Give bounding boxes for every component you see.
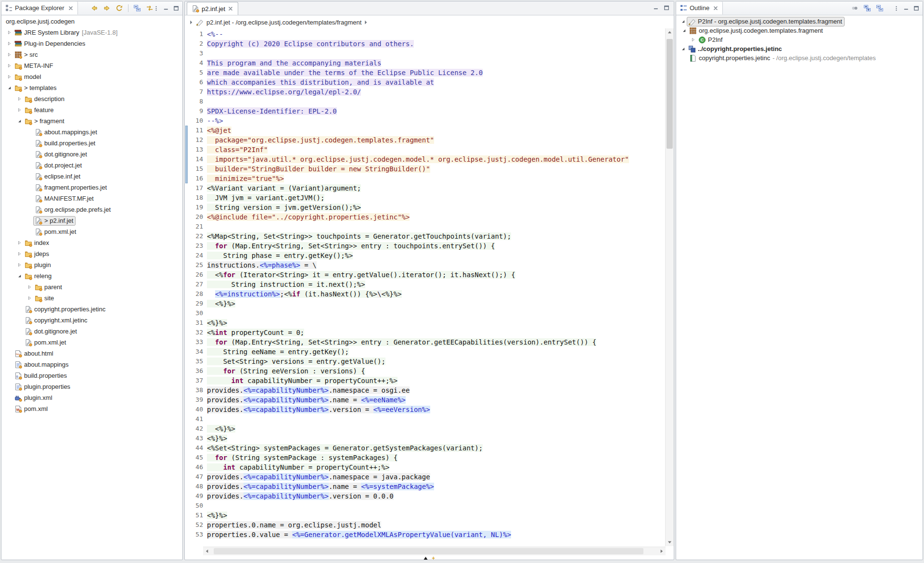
code-line-38[interactable]: provides.<%=capabilityNumber%>.namespace…: [207, 385, 666, 395]
tree-label-wrap[interactable]: pom.xml.jet: [23, 338, 68, 347]
tree-label-wrap[interactable]: ../copyright.properties.jetinc: [687, 44, 784, 54]
code-line-37[interactable]: int capabilityNumber = propertyCount++;%…: [207, 376, 666, 385]
tree-label-wrap[interactable]: parent: [33, 282, 64, 292]
code-line-5[interactable]: are made available under the terms of th…: [207, 68, 666, 77]
scroll-down-icon[interactable]: [666, 538, 674, 546]
code-line-35[interactable]: Set<String> versions = entry.getValue();: [207, 357, 666, 366]
tree-item-about.mappings[interactable]: about.mappings: [1, 359, 182, 370]
code-line-46[interactable]: int capabilityNumber = propertyCount++;%…: [207, 462, 666, 472]
tree-label-wrap[interactable]: Mpom.xml: [13, 404, 50, 414]
tree-item-org.eclipse.justj.codegen.templates.fragment[interactable]: org.eclipse.justj.codegen.templates.frag…: [676, 26, 923, 35]
tree-item-org.eclipse.pde.prefs.jet[interactable]: org.eclipse.pde.prefs.jet: [1, 204, 182, 215]
chevron-collapsed-icon[interactable]: [5, 73, 13, 81]
code-line-15[interactable]: builder="StringBuilder builder = new Str…: [207, 164, 666, 174]
tree-label-wrap[interactable]: plugin: [23, 260, 53, 270]
code-line-27[interactable]: String instruction = it.next();%>: [207, 280, 666, 289]
tree-label-wrap[interactable]: > fragment: [23, 116, 67, 126]
tree-item-templates[interactable]: > templates: [1, 82, 182, 93]
tree-label-wrap[interactable]: org.eclipse.justj.codegen: [4, 17, 77, 26]
tree-item-eclipse.inf.jet[interactable]: eclipse.inf.jet: [1, 171, 182, 182]
maximize-icon[interactable]: [172, 4, 180, 13]
tree-item-copyright.xml.jetinc[interactable]: copyright.xml.jetinc: [1, 315, 182, 326]
code-line-43[interactable]: <%}%>: [207, 434, 666, 443]
tree-item-meta-inf[interactable]: META-INF: [1, 60, 182, 71]
code-line-42[interactable]: <%}%>: [207, 424, 666, 434]
tree-item-jdeps[interactable]: jdeps: [1, 248, 182, 259]
chevron-collapsed-icon[interactable]: [26, 294, 33, 302]
tree-label-wrap[interactable]: dot.gitignore.jet: [33, 150, 90, 159]
view-menu-icon[interactable]: [152, 4, 160, 13]
code-line-44[interactable]: <%Set<String> systemPackages = Generator…: [207, 443, 666, 453]
tree-label-wrap[interactable]: JRE System Library[JavaSE-1.8]: [13, 28, 120, 38]
scroll-right-icon[interactable]: [657, 547, 666, 555]
code-line-11[interactable]: <%@jet: [207, 126, 666, 135]
focus-icon[interactable]: [849, 3, 860, 13]
expand-all-icon[interactable]: [862, 3, 873, 13]
chevron-expanded-icon[interactable]: [679, 45, 687, 53]
outline-tree[interactable]: P2Inf - org.eclipse.justj.codegen.templa…: [676, 17, 923, 560]
chevron-expanded-icon[interactable]: [679, 18, 687, 26]
scroll-left-icon[interactable]: [203, 547, 211, 555]
code-line-20[interactable]: <%@include file="../copyright.properties…: [207, 212, 666, 222]
code-line-33[interactable]: for (Map.Entry<String, Set<String>> entr…: [207, 337, 666, 347]
package-explorer-tree[interactable]: org.eclipse.justj.codegenJRE System Libr…: [1, 16, 182, 560]
chevron-collapsed-icon[interactable]: [5, 62, 13, 70]
tree-item-fragment.properties.jet[interactable]: fragment.properties.jet: [1, 182, 182, 193]
breadcrumb-expand-icon[interactable]: [190, 20, 193, 25]
tree-label-wrap[interactable]: fragment.properties.jet: [33, 183, 109, 192]
code-line-29[interactable]: <%}%>: [207, 299, 666, 308]
tree-item-src[interactable]: > src: [1, 49, 182, 60]
vertical-scrollbar-thumb[interactable]: [667, 39, 673, 149]
breadcrumb-item[interactable]: p2.inf.jet - /org.eclipse.justj.codegen/…: [206, 19, 361, 26]
code-line-47[interactable]: provides.<%=capabilityNumber%>.namespace…: [207, 472, 666, 482]
tree-label-wrap[interactable]: pom.xml.jet: [33, 227, 78, 237]
code-line-28[interactable]: <%=instruction%>;<%if (it.hasNext()) {%>…: [207, 289, 666, 299]
chevron-collapsed-icon[interactable]: [15, 239, 23, 247]
code-line-41[interactable]: [207, 414, 666, 424]
tree-label-wrap[interactable]: releng: [23, 271, 54, 281]
tree-label-wrap[interactable]: copyright.properties.jetinc: [23, 305, 108, 314]
tree-label-wrap[interactable]: htmabout.html: [13, 349, 56, 358]
scroll-up-icon[interactable]: [666, 28, 674, 37]
tree-label-wrap[interactable]: Plug-in Dependencies: [13, 39, 88, 49]
tree-item-manifest.mf.jet[interactable]: MANIFEST.MF.jet: [1, 193, 182, 204]
code-line-40[interactable]: provides.<%=capabilityNumber%>.version =…: [207, 405, 666, 414]
code-line-52[interactable]: properties.0.name = org.eclipse.justj.mo…: [207, 520, 666, 530]
code-line-50[interactable]: [207, 501, 666, 511]
tree-item-index[interactable]: index: [1, 237, 182, 248]
code-line-6[interactable]: which accompanies this distribution, and…: [207, 77, 666, 87]
code-line-45[interactable]: for (String systemPackage : systemPackag…: [207, 453, 666, 462]
tree-item-pom.xml.jet[interactable]: pom.xml.jet: [1, 337, 182, 348]
code-line-51[interactable]: <%}%>: [207, 511, 666, 520]
back-icon[interactable]: [89, 3, 100, 13]
code-line-14[interactable]: imports="java.util.* org.eclipse.justj.c…: [207, 154, 666, 164]
tree-item-copyright.properties.jetinc[interactable]: copyright.properties.jetinc: [1, 304, 182, 315]
chevron-collapsed-icon[interactable]: [5, 29, 13, 37]
tree-item-about.html[interactable]: htmabout.html: [1, 348, 182, 359]
minimize-icon[interactable]: [652, 3, 660, 12]
tree-item-build.properties[interactable]: 0;build.properties: [1, 370, 182, 381]
tree-item-plugin.properties[interactable]: plugin.properties: [1, 381, 182, 392]
tree-label-wrap[interactable]: about.mappings: [13, 360, 71, 370]
chevron-collapsed-icon[interactable]: [15, 106, 23, 114]
maximize-icon[interactable]: [912, 4, 921, 13]
code-line-23[interactable]: for (Map.Entry<String, Set<String>> entr…: [207, 241, 666, 251]
code-line-49[interactable]: provides.<%=capabilityNumber%>.version =…: [207, 491, 666, 501]
code-line-4[interactable]: This program and the accompanying materi…: [207, 58, 666, 68]
tree-item-org.eclipse.justj.codegen[interactable]: org.eclipse.justj.codegen: [1, 16, 182, 27]
code-editor[interactable]: 1234567891011121314151617181920212223242…: [185, 28, 666, 546]
chevron-expanded-icon[interactable]: [680, 27, 688, 35]
maximize-icon[interactable]: [662, 3, 671, 12]
tree-label-wrap[interactable]: dot.gitignore.jet: [23, 327, 79, 336]
code-line-16[interactable]: minimize="true"%>: [207, 174, 666, 183]
tree-label-wrap[interactable]: org.eclipse.pde.prefs.jet: [33, 205, 113, 215]
collapse-all-icon[interactable]: [874, 3, 885, 13]
code-line-32[interactable]: <%int propertyCount = 0;: [207, 328, 666, 337]
tree-label-wrap[interactable]: jdeps: [23, 249, 51, 259]
tree-item-p2inf-org.eclipse.justj.codegen.templates.fragment[interactable]: P2Inf - org.eclipse.justj.codegen.templa…: [676, 17, 923, 26]
code-line-7[interactable]: https://www.eclipse.org/legal/epl-2.0/: [207, 87, 666, 97]
code-line-48[interactable]: provides.<%=capabilityNumber%>.name = <%…: [207, 482, 666, 491]
tree-item-dot.project.jet[interactable]: dot.project.jet: [1, 160, 182, 171]
tree-item-pom.xml.jet[interactable]: pom.xml.jet: [1, 226, 182, 237]
chevron-expanded-icon[interactable]: [5, 84, 13, 92]
